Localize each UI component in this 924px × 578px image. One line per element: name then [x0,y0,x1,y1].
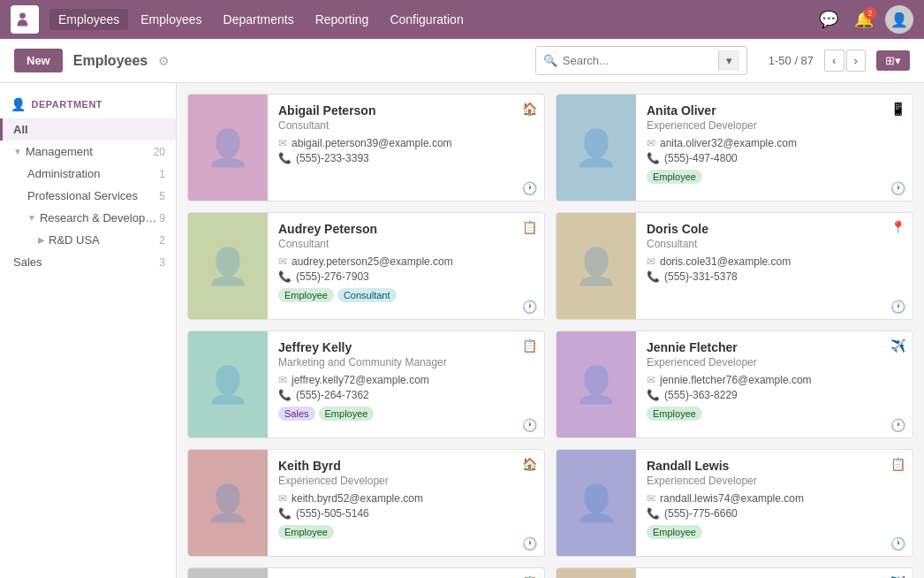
employee-name: Jennie Fletcher [647,340,902,354]
employee-email: ✉ anita.oliver32@example.com [647,137,902,149]
phone-icon: 📞 [647,152,660,164]
view-toggle-button[interactable]: ⊞▾ [876,50,910,71]
professional-services-label: Professional Services [27,189,138,202]
sidebar-item-administration[interactable]: Administration 1 [0,163,176,185]
research-count: 9 [159,212,165,224]
tag-employee: Employee [647,407,702,421]
employee-title: Experienced Developer [278,475,534,487]
employee-photo: 👤 [557,568,636,578]
employee-card[interactable]: 👤 Abigail Peterson Consultant ✉ abigail.… [187,94,545,202]
email-value: keith.byrd52@example.com [292,492,423,505]
employee-email: ✉ jeffrey.kelly72@example.com [278,374,534,386]
phone-icon: 📞 [278,389,292,401]
search-input[interactable] [563,54,718,67]
status-icon: ✈️ [890,338,905,353]
employee-email: ✉ audrey.peterson25@example.com [278,255,534,268]
employee-phone: 📞 (555)-363-8229 [647,389,902,401]
email-value: abigail.peterson39@example.com [292,137,452,149]
status-icon: 📋 [890,457,905,471]
employee-card[interactable]: 👤 Randall Lewis Experienced Developer ✉ … [556,449,913,557]
pagination-next[interactable]: › [846,49,866,72]
employee-card[interactable]: 👤 Tina Williamson Human Resources Manage… [556,567,913,578]
sub-header: New Employees ⚙ 🔍 ▾ 1-50 / 87 ‹ › ⊞▾ [0,39,924,83]
employee-tags: Employee [647,407,902,421]
nav-configuration[interactable]: Configuration [381,9,472,30]
employee-card[interactable]: 👤 Ronnie Hart Team Leader ✉ ronnie.hart8… [187,567,545,578]
search-dropdown-arrow[interactable]: ▾ [718,50,739,71]
employee-name: Jeffrey Kelly [278,340,534,354]
research-label: Research & Develop… [40,211,156,224]
employee-info: Jennie Fletcher Experienced Developer ✉ … [636,331,913,437]
sidebar-item-all-label: All [13,123,28,136]
sidebar-section-label: DEPARTMENT [32,99,103,110]
employee-card[interactable]: 👤 Audrey Peterson Consultant ✉ audrey.pe… [187,212,545,320]
employee-card[interactable]: 👤 Jeffrey Kelly Marketing and Community … [187,331,545,438]
employee-info: Keith Byrd Experienced Developer ✉ keith… [268,450,544,556]
sidebar-item-research[interactable]: ▼ Research & Develop… 9 [0,207,176,229]
email-value: audrey.peterson25@example.com [292,255,453,268]
phone-icon: 📞 [647,389,660,401]
employee-card[interactable]: 👤 Jennie Fletcher Experienced Developer … [556,331,913,438]
nav-employees-app[interactable]: Employees [49,9,128,30]
sidebar-item-sales[interactable]: Sales 3 [0,251,176,273]
phone-value: (555)-276-7903 [296,270,369,283]
time-icon: 🕐 [522,418,537,432]
email-icon: ✉ [278,492,287,505]
employee-phone: 📞 (555)-331-5378 [647,270,902,283]
phone-value: (555)-233-3393 [296,152,369,164]
employee-card[interactable]: 👤 Anita Oliver Experienced Developer ✉ a… [556,94,913,202]
rnd-usa-label: R&D USA [49,233,100,247]
employee-photo: 👤 [188,568,268,578]
employee-card[interactable]: 👤 Doris Cole Consultant ✉ doris.cole31@e… [556,212,913,320]
employee-photo: 👤 [557,450,636,556]
employee-title: Consultant [278,119,534,132]
main-layout: 👤 DEPARTMENT All ▼ Management 20 Adminis… [0,83,924,578]
employee-phone: 📞 (555)-497-4800 [647,152,902,164]
time-icon: 🕐 [890,300,905,314]
settings-gear-icon[interactable]: ⚙ [158,54,170,68]
notification-badge: 2 [864,7,876,19]
nav-reporting[interactable]: Reporting [307,9,378,30]
top-navigation: Employees Employees Departments Reportin… [0,0,924,39]
tag-employee: Employee [647,525,702,539]
sales-count: 3 [159,256,165,269]
management-expand-icon: ▼ [13,147,22,156]
phone-icon: 📞 [647,507,660,520]
app-logo[interactable] [11,5,39,34]
activity-icon-button[interactable]: 🔔 2 [850,5,878,34]
time-icon: 🕐 [522,181,537,195]
pagination-prev[interactable]: ‹ [824,49,844,72]
employee-email: ✉ randall.lewis74@example.com [647,492,902,505]
tag-employee: Employee [278,288,334,302]
employee-email: ✉ doris.cole31@example.com [647,255,902,268]
sidebar-item-professional-services[interactable]: Professional Services 5 [0,185,176,207]
sidebar-item-rnd-usa[interactable]: ▶ R&D USA 2 [0,229,176,251]
employee-info: Ronnie Hart Team Leader ✉ ronnie.hart87@… [268,568,544,578]
phone-value: (555)-505-5146 [296,507,369,520]
chat-icon-button[interactable]: 💬 [814,5,843,34]
sidebar: 👤 DEPARTMENT All ▼ Management 20 Adminis… [0,83,177,578]
professional-services-count: 5 [159,190,165,202]
new-button[interactable]: New [14,49,63,72]
employee-photo: 👤 [557,331,636,437]
employee-phone: 📞 (555)-233-3393 [278,152,534,164]
nav-employees[interactable]: Employees [132,9,210,30]
time-icon: 🕐 [890,181,905,195]
employee-card[interactable]: 👤 Keith Byrd Experienced Developer ✉ kei… [187,449,545,557]
phone-value: (555)-775-6660 [664,507,738,520]
employee-photo: 👤 [557,95,636,201]
search-icon: 🔍 [543,54,557,67]
phone-icon: 📞 [278,507,292,520]
email-value: jennie.fletcher76@example.com [660,374,812,386]
sidebar-item-all[interactable]: All [0,118,176,141]
tag-employee: Employee [319,407,375,421]
employee-phone: 📞 (555)-775-6660 [647,507,902,520]
employee-info: Doris Cole Consultant ✉ doris.cole31@exa… [636,213,913,319]
user-avatar[interactable]: 👤 [885,5,913,34]
email-icon: ✉ [278,137,287,149]
nav-departments[interactable]: Departments [215,9,303,30]
phone-value: (555)-363-8229 [664,389,738,401]
employee-photo: 👤 [188,331,268,437]
sidebar-item-management[interactable]: ▼ Management 20 [0,141,176,163]
research-expand-icon: ▼ [27,213,36,223]
